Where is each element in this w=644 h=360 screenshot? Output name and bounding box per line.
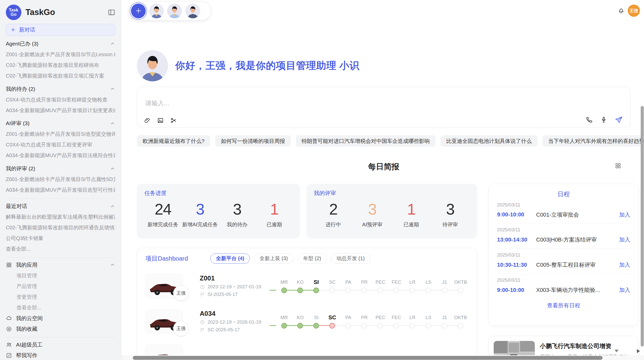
layout-grid-icon[interactable] [615,162,621,169]
schedule-title: 日程 [497,190,630,198]
horizontal-scrollbar-thumb[interactable] [133,356,603,360]
view-all-schedule-link[interactable]: 查看所有日程 [497,302,630,309]
suggestion-chip[interactable]: 当下年轻人对汽车外观有怎样的喜好趋势 [543,135,644,147]
sidebar-item[interactable]: Z001-全新燃油轻卡产品开发项目SI节点属性5D文件评审 [6,174,115,185]
chevron-up-icon[interactable] [110,86,115,92]
scroll-right-arrow-icon[interactable] [637,349,640,353]
attachment-icon[interactable] [144,117,151,124]
milestone-label: PEC [372,314,388,321]
sidebar-item[interactable]: A034-全新新能源MUV产品开发项目计划变更表编写 [6,105,115,116]
stat-column: 2 进行中 [314,200,353,228]
add-conversation-button[interactable] [131,4,146,18]
task-progress-card: 任务进度 24 新增完成任务 3 新增AI完成任务 3 我的待办 1 已逾期 [137,184,300,238]
vertical-scrollbar-thumb[interactable] [641,106,643,347]
milestone-rail: MR KO SI SC PA PR PEC FEC LR LS J1 OKTB [276,314,469,329]
user-avatar[interactable]: 王强 [628,5,640,17]
milestone-label: SI [308,314,324,321]
mic-icon[interactable] [600,116,607,123]
chat-input[interactable] [145,99,393,107]
dashboard-tab[interactable]: 全新平台 (4) [210,253,250,264]
stat-label: 已逾期 [256,221,293,228]
image-icon[interactable] [157,117,164,124]
my-review-card: 我的评审 2 进行中 3 AI预评审 1 已逾期 3 待评审 [306,184,477,238]
milestone-node [313,288,319,293]
sidebar-item[interactable]: 公司Q3轻卡销量 [6,233,115,244]
join-link[interactable]: 加入 [619,236,630,243]
sidebar-link[interactable]: 帮我写作 [6,350,115,360]
sidebar-link-label: AI超级员工 [16,341,42,348]
sidebar-group-header[interactable]: 我的待办 (2) [6,84,115,94]
dashboard-tab[interactable]: 动总开发 (1) [331,253,370,264]
sidebar-item[interactable]: A034-全新新能源MUV产品开发项目法规符合性评审 [6,150,115,161]
sidebar-sub-item[interactable]: 变更管理 [17,292,115,302]
dashboard-tab[interactable]: 年型 (2) [298,253,327,264]
dashboard-tab[interactable]: 全新上装 (3) [254,253,294,264]
sidebar-item[interactable]: Z001-全新燃油皮卡产品开发项目SI节点Lesson Learn报告 [6,49,115,60]
milestone: OKTB [452,314,469,329]
milestone-node [297,323,303,328]
sidebar-item[interactable]: C02-飞腾新能源轻客改款项目里程碑画布 [6,60,115,70]
suggestion-chip[interactable]: 比亚迪全固态电池计划具体说了什么 [441,135,538,147]
sidebar-link[interactable]: AI超级员工 [6,339,115,350]
milestone-node [378,288,383,293]
sidebar-sub-item[interactable]: 项目管理 [17,270,115,281]
sidebar-group-title: 我的待办 (2) [6,85,110,93]
milestone-node [346,323,351,328]
sidebar-link[interactable]: 我的收藏 [6,324,115,334]
sidebar-item[interactable]: C02-飞腾新能源轻客改款项目的闭环通告反馈情况 [6,222,115,233]
project-row[interactable]: 王强 A034 2023-12-19 ~ 2026-01-19 SC-2025-… [137,304,477,339]
view-all-link[interactable]: 查看全部... [6,244,115,254]
cloud-icon [6,315,12,321]
schedule-event-name: C003|H0B-方案冻结评审 [536,236,616,243]
phone-icon[interactable] [586,116,593,123]
avatar[interactable] [185,4,200,18]
sidebar-group-title: Agent已办 (3) [6,40,110,47]
new-chat-button[interactable]: 新对话 [6,24,115,36]
milestone-node [394,323,399,328]
suggestion-chip[interactable]: 欧洲新规最近颁布了什么? [137,135,210,147]
sidebar-groups: Agent已办 (3) Z001-全新燃油皮卡产品开发项目SI节点Lesson … [6,38,115,196]
join-link[interactable]: 加入 [619,211,630,218]
sidebar-group-header[interactable]: 最近对话 [6,201,115,212]
sidebar-link[interactable]: 我的应用 [6,260,115,270]
chevron-up-icon[interactable] [110,262,115,267]
sidebar-group: 我的待办 (2) C0X4-动力总成开发项目SI里程碑提交物检查A034-全新新… [6,84,115,116]
schedule-date: 2025/03/11 [497,202,630,208]
avatar[interactable] [167,4,182,18]
schedule-event-name: C005-整车工程目标评审 [536,261,616,268]
sidebar-item[interactable]: Z001-全新燃油轻卡产品开发项目SI造型提交物评审 [6,129,115,139]
conversation-switcher [129,2,211,20]
sidebar-sub-item[interactable]: 产品管理 [17,281,115,292]
sidebar-item[interactable]: C0X4-动力总成开发项目SI里程碑提交物检查 [6,94,115,105]
chevron-up-icon[interactable] [110,166,115,171]
chevron-up-icon[interactable] [110,41,115,46]
suggestion-chip[interactable]: 如何写一份清晰的项目周报 [215,135,291,147]
bell-icon[interactable] [617,7,625,14]
sidebar-link-label: 我的应用 [16,261,37,268]
sidebar-item[interactable]: C02-飞腾新能源轻客改款项目立项汇报方案 [6,70,115,81]
collapse-sidebar-icon[interactable] [108,9,115,16]
sidebar-group-header[interactable]: 我的评审 (2) [6,163,115,174]
scroll-down-arrow-icon[interactable] [614,350,619,352]
avatar[interactable] [149,4,164,18]
sidebar-item[interactable]: C0X4-动力总成开发项目工程变更评审 [6,139,115,150]
sidebar-group-header[interactable]: AI评审 (3) [6,118,115,129]
send-icon[interactable] [614,116,623,124]
schedule-date: 2025/03/11 [497,252,630,258]
scissors-icon[interactable] [170,117,177,124]
milestone-node [458,323,463,328]
sidebar-group-header[interactable]: Agent已办 (3) [6,38,115,49]
suggestion-chip[interactable]: 特朗普可能对进口汽车增税会对中国车企造成哪些影响 [296,135,436,147]
sidebar-item[interactable]: A034-全新新能源MUV产品开发项目造型可行性评审 [6,185,115,195]
view-all-link[interactable]: 查看全部... [17,302,115,313]
sidebar-link[interactable]: 我的云空间 [6,313,115,324]
main-area: 王强 你好，王强，我是你的项目管理助理 小识 欧洲新规最近颁布了什么?如何写一份… [121,0,644,360]
chevron-up-icon[interactable] [110,121,115,126]
project-dashboard-card: 项目Dashboard 全新平台 (4)全新上装 (3)年型 (2)动总开发 (… [137,248,477,360]
sidebar-item[interactable]: 解释最新出台的欧盟报废车法规再生塑料比例被调至15%... [6,212,115,222]
project-row[interactable]: 王强 Z001 2023-12-19 ~ 2027-01-19 SI-2025-… [137,268,477,304]
join-link[interactable]: 加入 [619,261,630,268]
chevron-up-icon[interactable] [110,204,115,209]
stat-value: 3 [431,200,470,218]
join-link[interactable]: 加入 [619,286,630,294]
